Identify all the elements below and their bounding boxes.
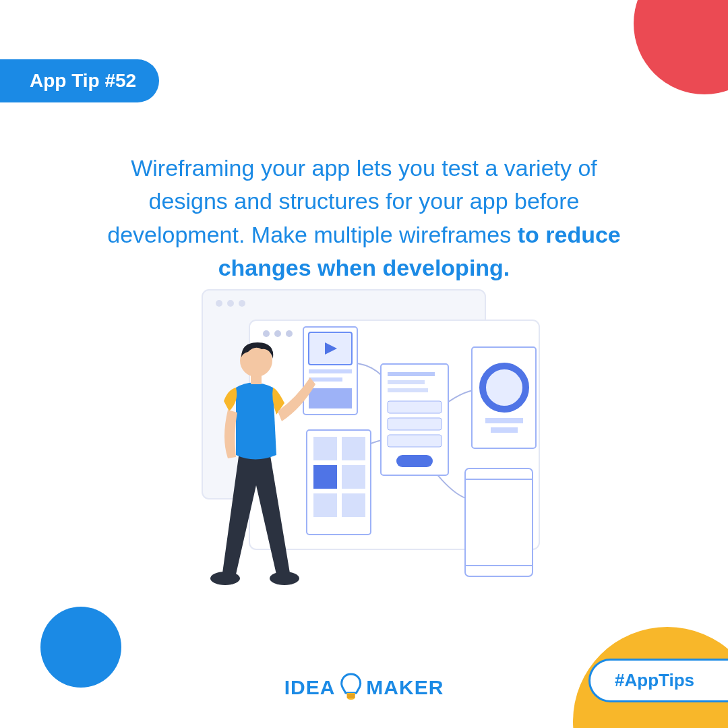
tip-badge-label: App Tip #52: [30, 70, 136, 91]
svg-rect-33: [465, 479, 533, 480]
svg-rect-17: [388, 401, 442, 413]
svg-point-22: [483, 366, 526, 409]
svg-rect-26: [313, 437, 337, 460]
svg-point-36: [270, 572, 299, 585]
svg-rect-27: [342, 437, 365, 460]
logo-text-right: MAKER: [366, 676, 444, 699]
svg-rect-28: [313, 465, 337, 489]
svg-point-1: [216, 300, 222, 307]
decor-circle-blue: [40, 607, 121, 688]
svg-rect-34: [465, 565, 533, 566]
svg-rect-30: [313, 493, 337, 517]
svg-rect-15: [388, 380, 425, 384]
hashtag-pill: #AppTips: [588, 659, 728, 702]
tip-badge: App Tip #52: [0, 59, 159, 102]
svg-rect-29: [342, 465, 365, 489]
svg-rect-12: [309, 388, 352, 408]
svg-rect-24: [491, 427, 518, 433]
svg-point-7: [286, 330, 293, 337]
svg-rect-16: [388, 388, 428, 392]
svg-point-35: [210, 572, 240, 585]
svg-rect-14: [388, 372, 435, 376]
svg-rect-23: [485, 418, 523, 423]
svg-point-2: [227, 300, 234, 307]
hashtag-label: #AppTips: [615, 670, 694, 690]
svg-rect-11: [309, 377, 342, 382]
tip-text: Wireframing your app lets you test a var…: [94, 152, 634, 284]
lightbulb-icon: [339, 673, 362, 702]
logo-text-left: IDEA: [284, 676, 336, 699]
svg-rect-19: [388, 435, 442, 447]
ideamaker-logo: IDEA MAKER: [284, 673, 444, 702]
svg-point-6: [274, 330, 281, 337]
svg-rect-20: [396, 455, 433, 467]
svg-point-5: [263, 330, 270, 337]
decor-circle-red: [634, 0, 728, 94]
wireframe-illustration: [175, 283, 553, 593]
svg-rect-18: [388, 418, 442, 430]
svg-rect-10: [309, 369, 352, 373]
svg-rect-32: [465, 468, 533, 576]
svg-rect-31: [342, 493, 365, 517]
svg-point-3: [239, 300, 245, 307]
